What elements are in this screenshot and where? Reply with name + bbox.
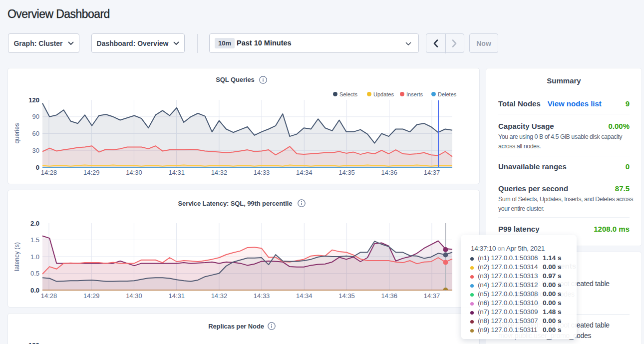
- svg-text:2.0: 2.0: [30, 220, 39, 227]
- svg-text:14:33: 14:33: [254, 292, 270, 300]
- svg-text:30: 30: [32, 147, 39, 154]
- svg-text:14:33: 14:33: [254, 169, 270, 176]
- svg-text:0: 0: [36, 164, 39, 171]
- svg-text:90: 90: [32, 113, 39, 120]
- svg-text:14:28: 14:28: [41, 292, 57, 300]
- svg-text:14:37: 14:37: [424, 169, 440, 176]
- svg-text:14:29: 14:29: [83, 292, 100, 300]
- svg-text:14:36: 14:36: [381, 292, 398, 300]
- svg-text:latency (s): latency (s): [13, 242, 20, 271]
- svg-text:14:34: 14:34: [296, 292, 313, 300]
- svg-text:14:29: 14:29: [83, 169, 100, 176]
- svg-text:1.5: 1.5: [30, 236, 39, 244]
- svg-text:1.0: 1.0: [30, 253, 39, 261]
- svg-text:14:30: 14:30: [126, 169, 142, 176]
- svg-text:14:30: 14:30: [126, 292, 142, 300]
- svg-text:14:31: 14:31: [168, 169, 185, 176]
- svg-text:60: 60: [32, 130, 39, 137]
- svg-text:14:32: 14:32: [211, 292, 228, 300]
- svg-text:queries: queries: [13, 123, 20, 144]
- svg-text:14:34: 14:34: [296, 169, 313, 176]
- svg-text:14:36: 14:36: [381, 169, 398, 176]
- svg-text:14:35: 14:35: [338, 169, 355, 176]
- svg-text:14:32: 14:32: [211, 169, 228, 176]
- svg-text:120: 120: [28, 96, 39, 104]
- svg-text:14:35: 14:35: [338, 292, 355, 300]
- svg-text:0.0: 0.0: [30, 287, 39, 294]
- svg-text:0.5: 0.5: [30, 270, 39, 277]
- svg-text:14:28: 14:28: [41, 169, 57, 176]
- svg-text:14:31: 14:31: [168, 292, 185, 300]
- svg-text:14:37: 14:37: [424, 292, 440, 300]
